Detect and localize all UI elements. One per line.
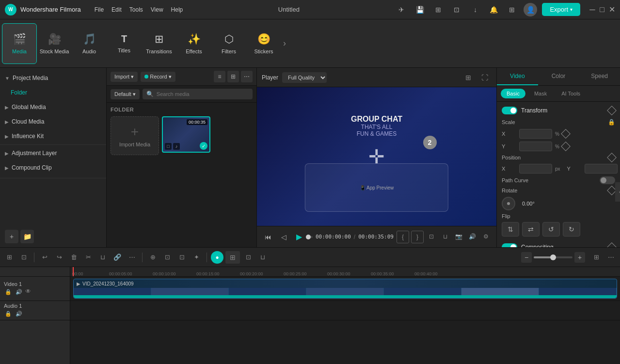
tl-silence-btn[interactable]: ⊔: [256, 251, 269, 264]
panel-collapse-handle[interactable]: ‹: [615, 182, 620, 202]
tl-settings-btn[interactable]: ⊞: [590, 251, 603, 264]
settings-button[interactable]: ⚙: [480, 231, 492, 242]
tl-add-video-track[interactable]: ⊕: [146, 251, 159, 264]
scale-y-keyframe[interactable]: [561, 142, 571, 151]
grid-view-icon[interactable]: ⊞: [227, 71, 239, 82]
audio-lock-icon[interactable]: 🔒: [4, 310, 13, 318]
tl-ai-enhance[interactable]: ✦: [190, 251, 203, 264]
rotate-ccw-button[interactable]: ↺: [542, 222, 560, 237]
sidebar-item-project[interactable]: ▼ Project Media: [0, 71, 106, 85]
mark-in-button[interactable]: {: [397, 231, 409, 243]
tl-motion-btn[interactable]: ⊡: [242, 251, 254, 264]
menu-help[interactable]: Help: [171, 6, 183, 13]
tl-magnet-btn[interactable]: ⊡: [17, 251, 30, 264]
tl-redo-btn[interactable]: ↪: [53, 251, 65, 264]
minimize-button[interactable]: ─: [589, 6, 596, 13]
path-curve-toggle[interactable]: [600, 176, 615, 184]
tab-stock-media[interactable]: 🎥 Stock Media: [37, 23, 72, 64]
sidebar-item-cloud[interactable]: ▶ Cloud Media: [0, 114, 106, 129]
tab-transitions[interactable]: ⊞ Transitions: [142, 23, 176, 64]
sort-button[interactable]: Default ▾: [111, 89, 140, 99]
menu-edit[interactable]: Edit: [111, 6, 122, 13]
sub-tab-ai-tools[interactable]: AI Tools: [556, 89, 586, 98]
list-view-icon[interactable]: ≡: [214, 71, 225, 82]
import-media-box[interactable]: + Import Media: [111, 116, 159, 155]
preview-viewport[interactable]: GROUP CHAT THAT'S ALL FUN & GAMES 📱 App …: [257, 87, 496, 226]
menu-view[interactable]: View: [151, 6, 163, 13]
add-media-button[interactable]: +: [5, 230, 18, 243]
tl-more2-btn[interactable]: ⋯: [604, 251, 617, 264]
position-keyframe[interactable]: [607, 153, 617, 162]
record-button[interactable]: Record ▾: [141, 72, 175, 82]
scale-x-input[interactable]: 100.00: [519, 129, 552, 139]
folder-button[interactable]: 📁: [20, 230, 34, 243]
tl-crop-btn[interactable]: ⊔: [96, 251, 109, 264]
pos-y-input[interactable]: 0.00: [585, 164, 618, 174]
sidebar-item-influence[interactable]: ▶ Influence Kit: [0, 129, 106, 143]
transform-keyframe[interactable]: [607, 106, 617, 115]
tl-snap-btn[interactable]: ●: [211, 251, 223, 264]
pos-x-input[interactable]: 0.00: [519, 164, 552, 174]
tl-freeze-frame[interactable]: ⊡: [175, 251, 188, 264]
insert-button[interactable]: ⊔: [439, 231, 451, 242]
tl-link-btn[interactable]: 🔗: [111, 251, 124, 264]
tl-more-btn[interactable]: ⋯: [126, 251, 138, 264]
compositing-keyframe[interactable]: [607, 242, 617, 247]
scale-x-keyframe[interactable]: [561, 129, 571, 139]
flip-vertical-button[interactable]: ⇅: [502, 222, 519, 237]
split-icon[interactable]: ⊡: [450, 3, 463, 16]
sub-tab-basic[interactable]: Basic: [501, 89, 525, 98]
audio-volume-icon[interactable]: 🔊: [15, 310, 23, 318]
tab-video[interactable]: Video: [497, 68, 538, 85]
search-input[interactable]: [157, 91, 249, 97]
tab-color[interactable]: Color: [538, 68, 579, 85]
tl-split-view-btn[interactable]: ⊞: [3, 251, 16, 264]
tabs-expand-arrow[interactable]: ›: [281, 36, 288, 50]
tab-audio[interactable]: 🎵 Audio: [72, 23, 107, 64]
step-back-button[interactable]: ◁: [277, 231, 290, 243]
maximize-button[interactable]: □: [599, 6, 605, 13]
tl-zoom-out[interactable]: −: [521, 252, 532, 263]
notification-icon[interactable]: 🔔: [487, 3, 500, 16]
video-clip[interactable]: ▶ VID_20241230_164009: [73, 279, 617, 299]
flip-horizontal-button[interactable]: ⇄: [522, 222, 540, 237]
sidebar-item-global[interactable]: ▶ Global Media: [0, 100, 106, 114]
export-button[interactable]: Export ▾: [542, 3, 580, 16]
sidebar-item-folder[interactable]: Folder: [0, 85, 106, 100]
tab-filters[interactable]: ⬡ Filters: [211, 23, 246, 64]
transform-toggle[interactable]: [502, 107, 517, 114]
user-avatar[interactable]: 👤: [524, 3, 537, 16]
layout-icon[interactable]: ⊞: [431, 3, 445, 16]
scale-y-input[interactable]: 100.00: [519, 142, 552, 151]
tl-undo-btn[interactable]: ↩: [38, 251, 51, 264]
rotate-knob[interactable]: [502, 197, 515, 210]
tl-group-btn[interactable]: ⊞: [225, 251, 240, 264]
lock-scale-icon[interactable]: 🔒: [607, 118, 615, 126]
menu-file[interactable]: File: [95, 6, 104, 13]
play-button[interactable]: ▶: [293, 231, 305, 243]
sub-tab-mask[interactable]: Mask: [528, 89, 553, 98]
rotate-cw-button[interactable]: ↻: [563, 222, 580, 237]
fullscreen-icon[interactable]: ⛶: [478, 71, 492, 84]
tab-stickers[interactable]: 😊 Stickers: [246, 23, 281, 64]
snapshot-button[interactable]: 📷: [453, 231, 464, 242]
grid-icon[interactable]: ⊞: [505, 3, 519, 16]
extract-button[interactable]: ⊡: [426, 231, 437, 242]
volume-button[interactable]: 🔊: [466, 231, 478, 242]
skip-back-button[interactable]: ⏮: [262, 231, 274, 243]
video-lock-icon[interactable]: 🔒: [4, 288, 13, 297]
download-icon[interactable]: ↓: [468, 3, 482, 16]
media-thumb-vid1[interactable]: 00:00:35 □ ♪ ✓: [162, 116, 210, 153]
tab-media[interactable]: 🎬 Media: [2, 23, 37, 64]
video-volume-icon[interactable]: 🔊: [15, 288, 23, 297]
import-button[interactable]: Import ▾: [111, 72, 138, 82]
mark-out-button[interactable]: }: [411, 231, 424, 243]
grid-overlay-icon[interactable]: ⊞: [461, 71, 475, 84]
more-options-icon[interactable]: ⋯: [241, 71, 253, 82]
video-eye-icon[interactable]: 👁: [25, 288, 34, 297]
tl-zoom-slider[interactable]: [534, 256, 572, 258]
close-button[interactable]: ✕: [608, 6, 615, 13]
tab-effects[interactable]: ✨ Effects: [176, 23, 211, 64]
share-icon[interactable]: ✈: [395, 3, 408, 16]
tl-cut-btn[interactable]: ✂: [82, 251, 95, 264]
